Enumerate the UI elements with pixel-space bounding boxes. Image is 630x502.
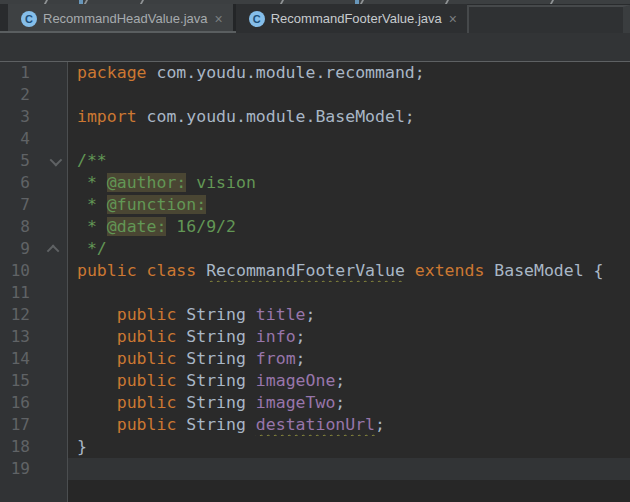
- gutter[interactable]: 11: [0, 282, 68, 304]
- code-text[interactable]: * @author: vision: [68, 172, 630, 194]
- gutter[interactable]: 12: [0, 304, 68, 326]
- code-line: 17 public String destationUrl;: [0, 414, 630, 436]
- tab-bar-left-gap: [0, 4, 8, 33]
- token-pl: [77, 349, 117, 368]
- editor-header-band: [0, 33, 630, 62]
- token-field: title: [256, 305, 306, 324]
- code-line: 15 public String imageOne;: [0, 370, 630, 392]
- breadcrumb-separator-icon: [549, 0, 554, 4]
- code-line: 10public class RecommandFooterValue exte…: [0, 260, 630, 282]
- gutter[interactable]: 2: [0, 84, 68, 106]
- line-number: 9: [0, 238, 30, 260]
- token-kw: public: [77, 261, 137, 280]
- token-cm: *: [77, 195, 107, 214]
- fold-up-icon[interactable]: [47, 244, 60, 257]
- token-typo: RecommandFooterValue: [206, 261, 405, 280]
- line-number: 11: [0, 282, 30, 304]
- code-line: 9 */: [0, 238, 630, 260]
- token-pl: ;: [335, 371, 345, 390]
- code-line: 2: [0, 84, 630, 106]
- gutter[interactable]: 13: [0, 326, 68, 348]
- code-text[interactable]: /**: [68, 150, 630, 172]
- tab-label: RecommandHeadValue.java: [43, 11, 208, 26]
- line-number: 19: [0, 458, 30, 480]
- gutter[interactable]: 6: [0, 172, 68, 194]
- code-text[interactable]: import com.youdu.module.BaseModel;: [68, 106, 630, 128]
- code-line: 14 public String from;: [0, 348, 630, 370]
- code-text[interactable]: * @function:: [68, 194, 630, 216]
- gutter[interactable]: 17: [0, 414, 68, 436]
- fold-area: [30, 157, 67, 166]
- gutter[interactable]: 18: [0, 436, 68, 458]
- token-tag: @author:: [107, 173, 186, 192]
- tab-recommand-head-value[interactable]: C RecommandHeadValue.java ×: [8, 4, 233, 33]
- code-line: 7 * @function:: [0, 194, 630, 216]
- code-text[interactable]: [68, 128, 630, 150]
- line-number: 12: [0, 304, 30, 326]
- token-kw: public: [117, 393, 177, 412]
- fold-down-icon[interactable]: [50, 153, 63, 166]
- gutter[interactable]: 1: [0, 62, 68, 84]
- token-pl: String: [176, 305, 255, 324]
- line-number: 7: [0, 194, 30, 216]
- token-pl: String: [176, 327, 255, 346]
- token-kw: public: [117, 305, 177, 324]
- code-text[interactable]: */: [68, 238, 630, 260]
- gutter[interactable]: 15: [0, 370, 68, 392]
- token-pl: [77, 371, 117, 390]
- tab-recommand-footer-value[interactable]: C RecommandFooterValue.java ×: [236, 4, 467, 33]
- gutter[interactable]: 9: [0, 238, 68, 260]
- code-text[interactable]: }: [68, 436, 630, 458]
- token-field: imageTwo: [256, 393, 335, 412]
- code-line: 6 * @author: vision: [0, 172, 630, 194]
- breadcrumb-package-icon: [355, 0, 359, 4]
- code-text[interactable]: public class RecommandFooterValue extend…: [68, 260, 630, 282]
- code-text[interactable]: [68, 282, 630, 304]
- gutter[interactable]: 8: [0, 216, 68, 238]
- gutter[interactable]: 3: [0, 106, 68, 128]
- token-pl: String: [176, 415, 255, 434]
- code-text[interactable]: * @date: 16/9/2: [68, 216, 630, 238]
- gutter[interactable]: 10: [0, 260, 68, 282]
- gutter: [0, 480, 68, 502]
- token-cm: *: [77, 217, 107, 236]
- code-line: 13 public String info;: [0, 326, 630, 348]
- code-text[interactable]: public String destationUrl;: [68, 414, 630, 436]
- code-text[interactable]: public String title;: [68, 304, 630, 326]
- close-tab-icon[interactable]: ×: [214, 12, 224, 26]
- token-pl: com.youdu.module.recommand;: [147, 63, 425, 82]
- token-pl: [77, 393, 117, 412]
- code-text[interactable]: public String info;: [68, 326, 630, 348]
- code-text[interactable]: public String from;: [68, 348, 630, 370]
- line-number: 4: [0, 128, 30, 150]
- code-text[interactable]: public String imageTwo;: [68, 392, 630, 414]
- breadcrumb-separator-icon: [43, 0, 48, 4]
- token-field: info: [256, 327, 296, 346]
- line-number: 3: [0, 106, 30, 128]
- code-line: 1package com.youdu.module.recommand;: [0, 62, 630, 84]
- gutter[interactable]: 16: [0, 392, 68, 414]
- gutter[interactable]: 4: [0, 128, 68, 150]
- code-editor[interactable]: 1package com.youdu.module.recommand;23im…: [0, 62, 630, 502]
- code-text[interactable]: public String imageOne;: [68, 370, 630, 392]
- line-number: 16: [0, 392, 30, 414]
- code-text[interactable]: [68, 458, 630, 480]
- token-pl: [405, 261, 415, 280]
- breadcrumb-separator-icon: [279, 0, 284, 4]
- code-text[interactable]: [68, 84, 630, 106]
- token-pl: ;: [306, 305, 316, 324]
- token-pl: String: [176, 393, 255, 412]
- gutter[interactable]: 7: [0, 194, 68, 216]
- ide-editor-window: C RecommandHeadValue.java × C RecommandF…: [0, 0, 630, 502]
- token-kw: public: [117, 349, 177, 368]
- close-tab-icon[interactable]: ×: [448, 12, 458, 26]
- empty-code-area[interactable]: [68, 480, 630, 502]
- code-line: 11: [0, 282, 630, 304]
- gutter[interactable]: 19: [0, 458, 68, 480]
- gutter[interactable]: 14: [0, 348, 68, 370]
- gutter[interactable]: 5: [0, 150, 68, 172]
- code-text[interactable]: package com.youdu.module.recommand;: [68, 62, 630, 84]
- token-tag: @date:: [107, 217, 167, 236]
- line-number: 8: [0, 216, 30, 238]
- token-kw: public: [117, 415, 177, 434]
